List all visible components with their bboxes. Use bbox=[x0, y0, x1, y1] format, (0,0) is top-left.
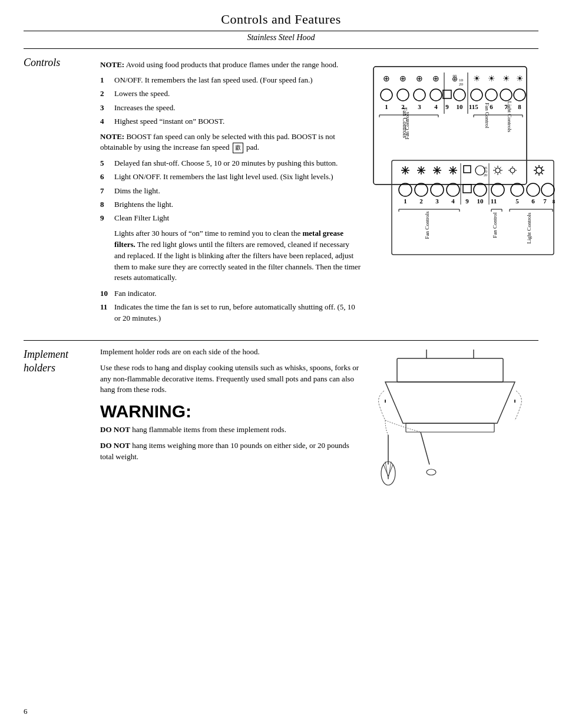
bold-text: metal grease filters. bbox=[114, 229, 343, 249]
item-text: Delayed fan shut-off. Choose 5, 10 or 20… bbox=[114, 158, 338, 169]
svg-text:1: 1 bbox=[385, 103, 388, 110]
svg-rect-129 bbox=[406, 423, 494, 432]
svg-text:7: 7 bbox=[543, 197, 547, 205]
controls-main-svg: 05 10 20 bbox=[389, 157, 557, 319]
item-text: Increases the speed. bbox=[114, 103, 176, 113]
svg-point-139 bbox=[427, 469, 436, 475]
button-circles bbox=[381, 89, 525, 101]
svg-point-70 bbox=[495, 168, 500, 173]
svg-text:⊕: ⊕ bbox=[383, 74, 390, 83]
fan-icon-1 bbox=[401, 166, 409, 174]
item-text: Clean Filter Light bbox=[114, 213, 169, 223]
svg-text:11: 11 bbox=[469, 103, 475, 110]
section-divider-middle bbox=[24, 340, 538, 341]
list-item: 10 Fan indicator. bbox=[100, 288, 362, 299]
svg-text:8: 8 bbox=[553, 199, 556, 205]
svg-text:10: 10 bbox=[477, 197, 484, 205]
list-item: 6 Light ON/OFF. It remembers the last li… bbox=[100, 172, 362, 182]
note2-text: BOOST fan speed can only be selected wit… bbox=[100, 132, 335, 151]
svg-point-20 bbox=[454, 89, 465, 101]
whisk-icon bbox=[381, 435, 395, 485]
pad-icon: 廞 bbox=[233, 143, 243, 153]
implement-section: Implement holders Implement holder rods … bbox=[24, 347, 538, 538]
svg-text:⊕: ⊕ bbox=[432, 74, 439, 83]
page-title: Controls and Features bbox=[24, 12, 538, 27]
warning1-bold: DO NOT bbox=[100, 425, 130, 434]
svg-text:☀: ☀ bbox=[488, 74, 495, 83]
svg-point-101 bbox=[527, 183, 540, 196]
warning-heading: WARNING: bbox=[100, 401, 362, 421]
item-num: 3 bbox=[100, 103, 110, 113]
svg-text:9: 9 bbox=[465, 197, 469, 205]
warning2-rest: hang items weighing more than 10 pounds … bbox=[100, 441, 349, 461]
item-text: Dims the light. bbox=[114, 186, 160, 196]
light-icon-6 bbox=[493, 166, 503, 175]
controls-content: NOTE: Avoid using food products that pro… bbox=[100, 55, 368, 328]
item-num: 2 bbox=[100, 88, 110, 99]
svg-point-15 bbox=[381, 89, 392, 101]
light-icon-8 bbox=[534, 165, 544, 176]
svg-text:Light Controls: Light Controls bbox=[526, 212, 532, 243]
item-num: 4 bbox=[100, 116, 110, 127]
svg-text:Fan Control: Fan Control bbox=[492, 212, 498, 238]
item-text: ON/OFF. It remembers the last fan speed … bbox=[114, 75, 313, 85]
ladle-icon bbox=[421, 432, 436, 475]
controls-diagram-area: 05 10 20 bbox=[389, 157, 560, 322]
item-text: Highest speed “instant on” BOOST. bbox=[114, 116, 224, 127]
section-divider-top bbox=[24, 48, 538, 49]
item9-sub: Lights after 30 hours of “on” time to re… bbox=[114, 228, 362, 284]
item-num: 9 bbox=[100, 213, 110, 223]
svg-rect-126 bbox=[397, 358, 503, 382]
note2-bold: NOTE: bbox=[100, 132, 124, 141]
svg-text:8: 8 bbox=[518, 103, 521, 110]
implement-para1: Implement holder rods are on each side o… bbox=[100, 347, 362, 358]
item-text: Indicates the time the fan is set to run… bbox=[114, 302, 362, 323]
controls-list3: 10 Fan indicator. 11 Indicates the time … bbox=[100, 288, 362, 324]
item-num: 6 bbox=[100, 172, 110, 182]
implement-para2: Use these rods to hang and display cooki… bbox=[100, 363, 362, 396]
fan-icon-3 bbox=[433, 166, 441, 174]
svg-text:3: 3 bbox=[418, 103, 421, 110]
svg-line-89 bbox=[535, 166, 537, 168]
svg-line-75 bbox=[495, 167, 496, 168]
implement-svg bbox=[368, 347, 533, 535]
implement-content: Implement holder rods are on each side o… bbox=[100, 347, 368, 538]
svg-text:4: 4 bbox=[434, 103, 438, 110]
svg-text:Fan Control: Fan Control bbox=[484, 103, 490, 129]
note1-bold: NOTE: bbox=[100, 60, 124, 69]
list-item: 2 Lowers the speed. bbox=[100, 88, 362, 99]
fan-icon-2 bbox=[417, 166, 425, 174]
warning-para2: DO NOT hang items weighing more than 10 … bbox=[100, 440, 362, 463]
list-item: 11 Indicates the time the fan is set to … bbox=[100, 302, 362, 323]
light-icon-7 bbox=[508, 166, 517, 174]
svg-point-18 bbox=[430, 89, 442, 101]
svg-text:6: 6 bbox=[531, 197, 535, 205]
svg-text:☀: ☀ bbox=[473, 74, 481, 83]
list-item: 9 Clean Filter Light bbox=[100, 213, 362, 223]
list-item: 5 Delayed fan shut-off. Choose 5, 10 or … bbox=[100, 158, 362, 169]
item-text: Brightens the light. bbox=[114, 199, 173, 210]
svg-line-92 bbox=[535, 173, 537, 174]
item-text: Fan indicator. bbox=[114, 288, 157, 299]
fan-icon-4 bbox=[449, 166, 457, 174]
svg-line-90 bbox=[541, 173, 543, 174]
warning-para1: DO NOT hang flammable items from these i… bbox=[100, 424, 362, 436]
list-item: 4 Highest speed “instant on” BOOST. bbox=[100, 116, 362, 127]
item-num: 8 bbox=[100, 199, 110, 210]
controls-list1: 1 ON/OFF. It remembers the last fan spee… bbox=[100, 75, 362, 127]
svg-text:Fan Controls: Fan Controls bbox=[404, 111, 410, 139]
header-divider bbox=[24, 31, 538, 31]
svg-text:05: 05 bbox=[453, 74, 458, 78]
svg-text:5: 5 bbox=[475, 103, 478, 110]
item-num: 5 bbox=[100, 158, 110, 169]
svg-point-84 bbox=[536, 167, 542, 173]
svg-text:3: 3 bbox=[435, 197, 439, 205]
svg-point-93 bbox=[399, 183, 412, 196]
svg-point-94 bbox=[415, 183, 428, 196]
svg-text:Light Controls: Light Controls bbox=[507, 101, 513, 133]
svg-point-23 bbox=[500, 89, 512, 101]
svg-line-138 bbox=[421, 432, 429, 465]
item-num: 1 bbox=[100, 75, 110, 85]
warning2-bold: DO NOT bbox=[100, 441, 130, 450]
svg-line-76 bbox=[500, 172, 501, 173]
